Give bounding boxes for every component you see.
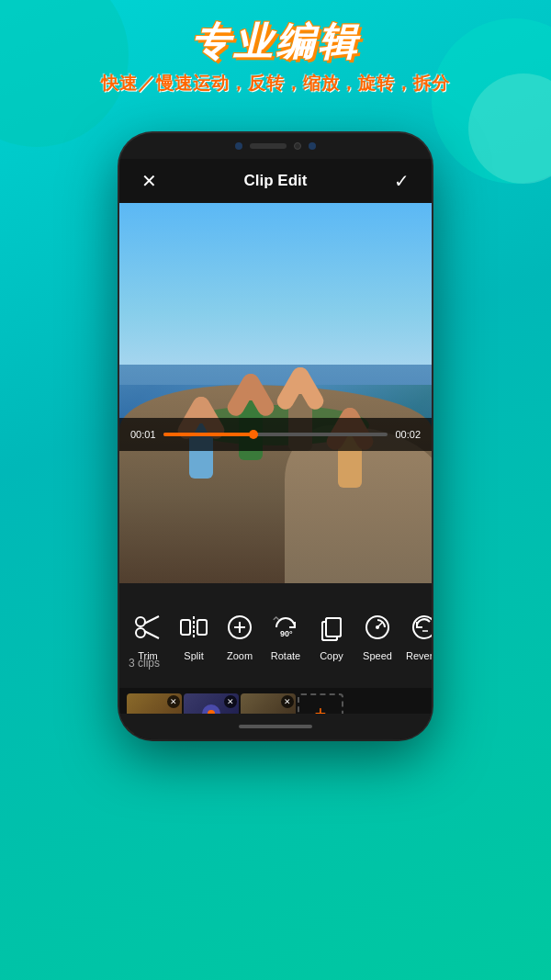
video-preview: 00:01 00:02 <box>119 203 432 607</box>
split-icon <box>176 610 211 645</box>
clip-remove-3[interactable]: ✕ <box>281 695 294 708</box>
front-camera <box>294 142 301 150</box>
speed-tool[interactable]: Speed <box>354 606 400 665</box>
speed-label: Speed <box>363 650 392 661</box>
phone-frame: ✕ Clip Edit ✓ <box>119 133 432 739</box>
close-button[interactable]: ✕ <box>134 166 163 196</box>
indicator-dot <box>309 142 316 150</box>
main-subtitle: 快速／慢速运动，反转，缩放，旋转，拆分 <box>0 72 551 96</box>
copy-tool[interactable]: Copy <box>309 606 354 665</box>
split-tool[interactable]: Split <box>171 606 217 665</box>
sensor-dot <box>235 142 242 150</box>
app-title: Clip Edit <box>244 172 308 190</box>
copy-icon <box>314 610 349 645</box>
reverse-label: Reverse <box>406 650 432 661</box>
svg-point-17 <box>376 625 379 629</box>
main-title: 专业编辑 <box>0 17 551 68</box>
phone-bottom-bar <box>119 714 432 739</box>
progress-fill <box>163 433 253 436</box>
svg-rect-5 <box>197 620 207 635</box>
svg-rect-14 <box>326 618 341 636</box>
rotate-label: Rotate <box>271 650 300 661</box>
end-time-label: 00:02 <box>395 429 421 440</box>
clip-remove-1[interactable]: ✕ <box>167 695 180 708</box>
svg-line-3 <box>144 631 159 638</box>
svg-rect-4 <box>181 620 190 635</box>
svg-point-0 <box>136 617 145 626</box>
svg-point-1 <box>136 628 145 637</box>
expand-indicator[interactable]: ⌃ <box>270 614 282 631</box>
phone-top-bar <box>119 133 432 159</box>
copy-label: Copy <box>320 650 343 661</box>
zoom-icon <box>222 610 257 645</box>
reverse-icon <box>407 610 432 645</box>
confirm-button[interactable]: ✓ <box>388 166 417 196</box>
start-time-label: 00:01 <box>130 429 156 440</box>
clips-count-label: 3 clips <box>129 657 160 670</box>
trim-icon <box>130 610 165 645</box>
progress-track[interactable] <box>163 433 388 436</box>
progress-thumb[interactable] <box>249 430 258 439</box>
video-placeholder <box>119 203 432 607</box>
zoom-tool[interactable]: Zoom <box>217 606 263 665</box>
reverse-tool[interactable]: Reverse <box>400 606 432 665</box>
header-area: 专业编辑 快速／慢速运动，反转，缩放，旋转，拆分 <box>0 17 551 96</box>
timeline-bar[interactable]: 00:01 00:02 <box>119 418 432 451</box>
home-indicator <box>239 725 312 728</box>
svg-text:90°: 90° <box>280 629 293 638</box>
svg-line-2 <box>144 616 159 624</box>
people-group <box>135 284 416 506</box>
edit-toolbar: Trim Split Zoom <box>119 583 432 688</box>
split-label: Split <box>184 650 203 661</box>
app-header-bar: ✕ Clip Edit ✓ <box>119 159 432 203</box>
clip-remove-2[interactable]: ✕ <box>224 695 237 708</box>
zoom-label: Zoom <box>227 650 253 661</box>
speaker-slot <box>250 143 287 149</box>
speed-icon <box>360 610 395 645</box>
